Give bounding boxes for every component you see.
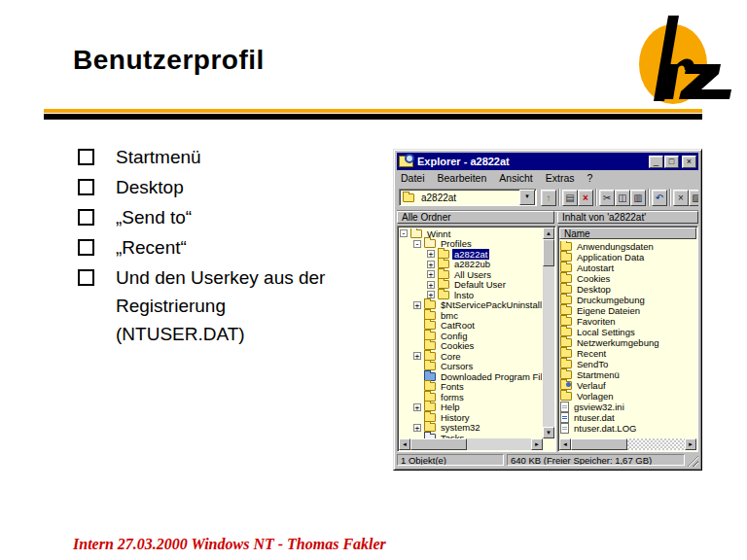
tree-item-label: $NtServicePackUninstall$ bbox=[439, 299, 542, 310]
map-network-drive-icon[interactable]: ▤ bbox=[562, 190, 578, 206]
title-bar[interactable]: Explorer - a2822at _□× bbox=[397, 153, 698, 170]
expander[interactable]: + bbox=[427, 291, 435, 298]
maximize-button[interactable]: □ bbox=[664, 156, 679, 168]
menu-item[interactable]: Bearbeiten bbox=[438, 172, 487, 184]
up-one-level-icon[interactable]: ↑ bbox=[541, 190, 556, 206]
close-button[interactable]: × bbox=[682, 156, 696, 168]
tree-item-label: a2822at bbox=[452, 249, 489, 260]
minimize-button[interactable]: _ bbox=[649, 156, 663, 168]
address-combo[interactable]: a2822at ▼ bbox=[399, 189, 537, 206]
tree-item[interactable]: CatRoot bbox=[413, 321, 542, 332]
status-bar: 1 Objekt(e) 640 KB (Freier Speicher: 1,6… bbox=[397, 453, 698, 467]
scroll-thumb[interactable] bbox=[571, 438, 627, 450]
paste-icon[interactable]: ▥ bbox=[630, 190, 646, 206]
tree-item-label: CatRoot bbox=[439, 320, 477, 331]
properties-icon[interactable]: ▨ bbox=[689, 190, 698, 206]
expander[interactable]: + bbox=[413, 352, 421, 360]
horizontal-scrollbar[interactable]: ◄ ► bbox=[399, 438, 543, 450]
item-icon bbox=[560, 285, 572, 294]
tree-item[interactable]: forms bbox=[413, 392, 542, 402]
tree-item[interactable]: + lnsto bbox=[427, 290, 542, 300]
tree-item[interactable]: History bbox=[413, 412, 542, 423]
tree-item-label: bmc bbox=[439, 310, 460, 321]
scroll-up-button[interactable]: ▲ bbox=[543, 228, 554, 239]
toolbar-button bbox=[648, 189, 650, 206]
expander[interactable]: + bbox=[413, 301, 421, 309]
scroll-left-button[interactable]: ◄ bbox=[559, 438, 571, 450]
file-item[interactable]: Autostart bbox=[560, 262, 695, 273]
toolbar-button-glyph: ◫ bbox=[618, 192, 626, 203]
tree-item-label: All Users bbox=[452, 269, 493, 280]
file-item[interactable]: Recent bbox=[560, 348, 695, 359]
scroll-right-button[interactable]: ► bbox=[531, 438, 543, 450]
disconnect-network-drive-icon[interactable]: × bbox=[578, 190, 593, 206]
file-item[interactable]: gsview32.ini bbox=[560, 402, 695, 412]
horizontal-scrollbar[interactable]: ◄ ► bbox=[559, 438, 696, 450]
menu-item[interactable]: Ansicht bbox=[499, 172, 532, 184]
tree-item[interactable]: - Winnt bbox=[400, 228, 542, 239]
scroll-thumb[interactable] bbox=[410, 438, 467, 450]
file-item[interactable]: Verlauf bbox=[560, 380, 695, 391]
expander[interactable]: + bbox=[427, 281, 435, 289]
menu-item[interactable]: ? bbox=[587, 172, 593, 184]
item-icon bbox=[560, 338, 572, 347]
file-item[interactable]: Local Settings bbox=[560, 327, 695, 337]
explorer-window: Explorer - a2822at _□× DateiBearbeitenAn… bbox=[393, 149, 702, 471]
file-item[interactable]: Desktop bbox=[560, 284, 695, 295]
expander[interactable]: - bbox=[413, 240, 421, 248]
presentation-slide: Benutzerprofil Startmenü Desktop „Send t… bbox=[0, 0, 747, 560]
file-item[interactable]: Startmenü bbox=[560, 369, 695, 380]
expander[interactable]: + bbox=[427, 270, 435, 278]
file-item[interactable]: Cookies bbox=[560, 273, 695, 284]
undo-icon[interactable]: ↶ bbox=[652, 190, 667, 206]
tree-item[interactable]: Downloaded Program Files bbox=[413, 371, 542, 382]
name-column-header[interactable]: Name bbox=[559, 228, 696, 239]
file-item[interactable]: Vorlagen bbox=[560, 391, 695, 402]
file-item[interactable]: Eigene Dateien bbox=[560, 305, 695, 316]
tree-item[interactable]: + $NtServicePackUninstall$ bbox=[413, 300, 542, 311]
resize-grip[interactable] bbox=[686, 454, 698, 467]
scroll-thumb[interactable] bbox=[543, 239, 554, 266]
file-item[interactable]: Netzwerkumgebung bbox=[560, 337, 695, 348]
expander[interactable]: + bbox=[427, 250, 435, 258]
address-dropdown-button[interactable]: ▼ bbox=[519, 190, 535, 205]
scroll-down-button[interactable]: ▼ bbox=[543, 427, 554, 438]
file-list: Anwendungsdaten Application Data Autosta… bbox=[560, 241, 695, 438]
tree-item[interactable]: + system32 bbox=[413, 423, 542, 434]
cut-icon[interactable]: ✂ bbox=[599, 190, 615, 206]
tree-item[interactable]: Config bbox=[413, 331, 542, 341]
menu-item[interactable]: Extras bbox=[546, 172, 575, 184]
delete-icon[interactable]: × bbox=[673, 190, 689, 206]
file-item[interactable]: ntuser.dat.LOG bbox=[560, 423, 695, 434]
scroll-left-button[interactable]: ◄ bbox=[399, 438, 410, 450]
list-item: Startmenü bbox=[78, 143, 379, 171]
list-item: „Recent“ bbox=[78, 233, 379, 262]
expander[interactable]: + bbox=[413, 424, 421, 432]
tree-item[interactable]: bmc bbox=[413, 310, 542, 321]
status-objects: 1 Objekt(e) bbox=[397, 454, 504, 466]
tree-item[interactable]: Fonts bbox=[413, 382, 542, 393]
tree-item[interactable]: Cursors bbox=[413, 362, 542, 372]
menu-item[interactable]: Datei bbox=[401, 172, 425, 184]
copy-icon[interactable]: ◫ bbox=[615, 190, 630, 206]
file-item[interactable]: SendTo bbox=[560, 359, 695, 369]
tree-item[interactable]: + Help bbox=[413, 402, 542, 413]
expander[interactable]: + bbox=[427, 261, 435, 268]
bullet-text: „Recent“ bbox=[116, 233, 187, 262]
expander[interactable]: + bbox=[413, 403, 421, 411]
file-item[interactable]: Anwendungsdaten bbox=[560, 241, 695, 252]
file-item-label: Desktop bbox=[575, 284, 613, 295]
file-item[interactable]: ntuser.dat bbox=[560, 412, 695, 423]
scroll-right-button[interactable]: ► bbox=[685, 438, 696, 450]
file-item[interactable]: Application Data bbox=[560, 252, 695, 262]
vertical-scrollbar[interactable]: ▲ ▼ bbox=[543, 228, 554, 438]
tree-item[interactable]: + Core bbox=[413, 351, 542, 362]
toolbar-button-glyph: ▤ bbox=[565, 192, 574, 203]
tree-item[interactable]: - Profiles bbox=[413, 239, 542, 250]
right-pane-header: Inhalt von 'a2822at' bbox=[557, 211, 698, 224]
item-icon bbox=[560, 253, 572, 262]
file-item[interactable]: Druckumgebung bbox=[560, 295, 695, 305]
file-item[interactable]: Favoriten bbox=[560, 316, 695, 327]
expander[interactable]: - bbox=[400, 229, 408, 237]
tree-item[interactable]: Cookies bbox=[413, 341, 542, 352]
